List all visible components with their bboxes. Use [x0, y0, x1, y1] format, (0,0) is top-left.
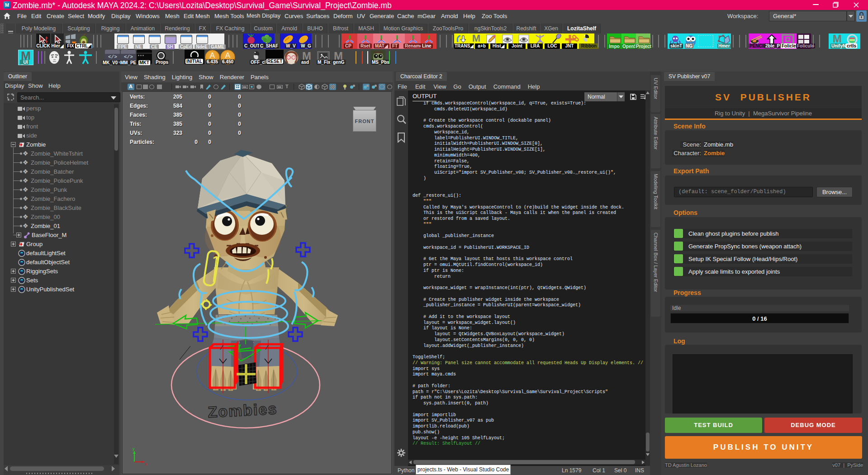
- svg-text:x: x: [145, 462, 147, 466]
- svg-text:Zombies: Zombies: [208, 400, 278, 421]
- svg-text:y: y: [133, 447, 135, 451]
